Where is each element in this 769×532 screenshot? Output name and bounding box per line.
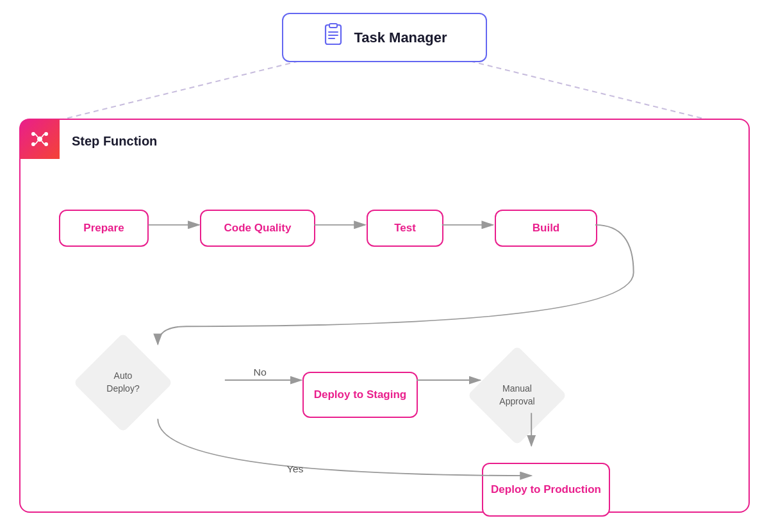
step-function-title: Step Function: [72, 131, 157, 149]
node-code-quality: Code Quality: [200, 210, 315, 247]
task-manager-icon: [322, 23, 345, 52]
svg-line-1: [461, 59, 711, 121]
svg-text:No: No: [253, 367, 266, 377]
svg-point-11: [44, 142, 48, 146]
node-auto-deploy-diamond: [73, 333, 173, 433]
task-manager-label: Task Manager: [354, 29, 447, 46]
svg-line-14: [35, 141, 38, 144]
task-manager-box: Task Manager: [282, 13, 487, 62]
svg-point-7: [37, 137, 42, 142]
svg-text:Yes: Yes: [286, 464, 303, 474]
canvas: Task Manager Step Function: [0, 0, 769, 532]
node-manual-approval-diamond: [467, 345, 567, 445]
node-manual-approval-wrapper: Manual Approval: [482, 360, 552, 431]
step-function-container: Step Function: [19, 119, 750, 513]
svg-line-12: [35, 134, 38, 137]
svg-point-8: [31, 132, 35, 136]
node-deploy-production: Deploy to Production: [482, 463, 610, 517]
node-prepare: Prepare: [59, 210, 149, 247]
step-function-icon: [20, 119, 60, 159]
flow-area: No Yes Prepare Code Quality Test: [21, 171, 748, 511]
svg-point-10: [31, 142, 35, 146]
svg-line-0: [58, 59, 308, 121]
svg-line-15: [42, 141, 44, 144]
step-function-header: Step Function: [21, 120, 157, 160]
node-deploy-staging: Deploy to Staging: [302, 372, 418, 418]
node-auto-deploy-wrapper: Auto Deploy?: [88, 347, 158, 418]
svg-rect-3: [329, 24, 337, 28]
svg-point-9: [44, 132, 48, 136]
node-build: Build: [495, 210, 597, 247]
svg-line-13: [42, 134, 44, 137]
node-test: Test: [367, 210, 443, 247]
